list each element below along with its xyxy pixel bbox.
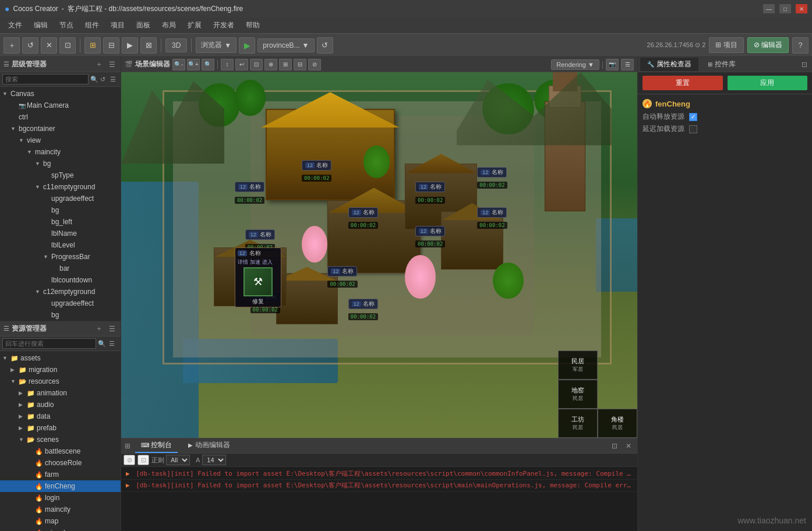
- console-copy-btn[interactable]: ⊡: [137, 455, 149, 465]
- asset-item-battlescene[interactable]: 🔥 battlescene: [0, 445, 121, 457]
- 3d-toggle[interactable]: 3D: [165, 38, 187, 52]
- asset-item-fencheng[interactable]: 🔥 fenCheng: [0, 480, 121, 492]
- asset-item-resources[interactable]: ▼ 📂 resources: [0, 376, 121, 387]
- close-button[interactable]: ✕: [796, 4, 807, 13]
- tool-anchor[interactable]: ⊟: [103, 37, 119, 54]
- scene-grid-btn[interactable]: ⊟: [294, 59, 306, 70]
- scene-zoom-in-button[interactable]: 🔍+: [187, 59, 200, 70]
- hierarchy-filter-icon[interactable]: ↺: [100, 76, 108, 83]
- menu-developer[interactable]: 开发者: [207, 18, 240, 33]
- browser-dropdown[interactable]: 浏览器 ▼: [196, 37, 236, 53]
- toggle-progressbar[interactable]: ▼: [43, 254, 51, 260]
- asset-item-scenes[interactable]: ▼ 📂 scenes: [0, 434, 121, 445]
- tree-item-bg[interactable]: ▼ bg: [0, 158, 121, 169]
- project-button[interactable]: ⊞ 项目: [709, 37, 743, 53]
- font-size-select[interactable]: 14: [202, 455, 226, 465]
- scene-snap-btn[interactable]: ⊞: [279, 59, 292, 70]
- action-enter[interactable]: 进入: [262, 259, 273, 266]
- tab-components[interactable]: ⊞ 控件库: [701, 58, 743, 71]
- asset-search-input[interactable]: [2, 338, 96, 349]
- scene-rotate-btn[interactable]: ↩: [235, 59, 248, 70]
- action-upgrade[interactable]: 加速: [250, 259, 260, 266]
- hierarchy-more-icon[interactable]: ☰: [110, 76, 118, 83]
- menu-panel[interactable]: 面板: [130, 18, 156, 33]
- scene-options-btn[interactable]: ☰: [621, 59, 634, 70]
- console-settings-icon[interactable]: ⊡: [609, 441, 620, 451]
- scene-debug-btn[interactable]: ⊘: [308, 59, 321, 70]
- menu-project[interactable]: 项目: [105, 18, 130, 33]
- tree-item-lblcountdown[interactable]: lblcountdown: [0, 274, 121, 286]
- menu-file[interactable]: 文件: [2, 18, 28, 33]
- toggle-scenes[interactable]: ▼: [19, 437, 27, 442]
- tab-animation-editor[interactable]: ▶ 动画编辑器: [182, 438, 235, 453]
- prop-checkbox-2[interactable]: [689, 125, 697, 133]
- scene-zoom-out-button[interactable]: 🔍-: [172, 59, 185, 70]
- tree-item-progressbar[interactable]: ▼ ProgressBar: [0, 251, 121, 263]
- tree-item-bar[interactable]: bar: [0, 263, 121, 274]
- tool-scale[interactable]: ⊠: [140, 37, 157, 54]
- asset-item-assets[interactable]: ▼ 📁 assets: [0, 352, 121, 364]
- console-expand-icon[interactable]: ⊞: [125, 442, 130, 450]
- asset-item-map[interactable]: 🔥 map: [0, 515, 121, 527]
- br-diyao[interactable]: 地窑 民居: [558, 380, 598, 409]
- tree-item-bg-left[interactable]: bg_left: [0, 216, 121, 228]
- scene-move-btn[interactable]: ↕: [221, 59, 234, 70]
- asset-item-prefab[interactable]: ▶ 📁 prefab: [0, 422, 121, 434]
- tree-item-c11emptyground[interactable]: ▼ c11emptyground: [0, 181, 121, 193]
- tab-properties[interactable]: 🔧 属性检查器: [640, 58, 698, 71]
- asset-filter-icon[interactable]: ☰: [109, 340, 118, 348]
- tree-item-sptype[interactable]: spType: [0, 169, 121, 181]
- camera-icon-btn[interactable]: 📷: [606, 59, 619, 70]
- toggle-canvas[interactable]: ▼: [2, 91, 10, 97]
- grid-button[interactable]: ⊡: [59, 37, 76, 54]
- prop-checkbox-1[interactable]: ✓: [689, 113, 697, 121]
- tool-move[interactable]: ⊞: [84, 37, 101, 54]
- asset-item-maincity[interactable]: 🔥 maincity: [0, 504, 121, 515]
- asset-item-login[interactable]: 🔥 login: [0, 492, 121, 504]
- hierarchy-search-input[interactable]: [2, 74, 89, 84]
- add-button[interactable]: ＋: [3, 37, 20, 54]
- close-button[interactable]: ✕: [41, 37, 57, 54]
- tree-item-canvas[interactable]: ▼ Canvas: [0, 88, 121, 100]
- asset-item-audio[interactable]: ▶ 📁 audio: [0, 399, 121, 410]
- scene-scale-btn[interactable]: ⊡: [250, 59, 263, 70]
- tree-item-lblname[interactable]: lblName: [0, 228, 121, 239]
- menu-layout[interactable]: 布局: [156, 18, 182, 33]
- asset-settings-icon[interactable]: ☰: [107, 324, 117, 334]
- right-settings-icon[interactable]: ⊡: [799, 59, 810, 70]
- editor-button[interactable]: ⊘ 编辑器: [747, 37, 789, 53]
- tree-item-main-camera[interactable]: 📷 Main Camera: [0, 100, 121, 111]
- scene-zoom-fit-button[interactable]: 🔍: [202, 59, 214, 70]
- asset-search-icon[interactable]: 🔍: [98, 340, 107, 348]
- br-gongfang[interactable]: 工坊 民居: [558, 409, 598, 438]
- asset-item-chooserole[interactable]: 🔥 chooseRole: [0, 457, 121, 469]
- maximize-button[interactable]: □: [779, 4, 791, 13]
- asset-add-icon[interactable]: ＋: [94, 324, 104, 334]
- apply-button[interactable]: 应用: [728, 76, 808, 90]
- tree-item-maincity[interactable]: ▼ maincity: [0, 146, 121, 158]
- menu-component[interactable]: 组件: [79, 18, 105, 33]
- menu-help[interactable]: 帮助: [240, 18, 266, 33]
- reset-button[interactable]: 重置: [642, 76, 723, 90]
- tree-item-view[interactable]: ▼ view: [0, 134, 121, 146]
- menu-node[interactable]: 节点: [54, 18, 79, 33]
- refresh-button[interactable]: ↺: [22, 37, 38, 54]
- asset-item-data[interactable]: ▶ 📁 data: [0, 410, 121, 422]
- toggle-maincity[interactable]: ▼: [27, 149, 35, 155]
- hierarchy-add-icon[interactable]: ＋: [94, 59, 104, 70]
- console-close-icon[interactable]: ✕: [623, 441, 634, 451]
- tree-item-upgradeeffect-2[interactable]: upgradeeffect: [0, 298, 121, 309]
- toggle-c11emptyground[interactable]: ▼: [35, 184, 43, 190]
- br-minjv[interactable]: 民居 军居: [558, 351, 598, 380]
- tree-item-bgcontainer[interactable]: ▼ bgcontainer: [0, 123, 121, 134]
- refresh-scene-button[interactable]: ↺: [317, 37, 333, 54]
- toggle-bg[interactable]: ▼: [35, 161, 43, 167]
- scene-anchor-btn[interactable]: ⊕: [264, 59, 277, 70]
- menu-extend[interactable]: 扩展: [182, 18, 207, 33]
- province-dropdown[interactable]: provinceB... ▼: [257, 38, 314, 52]
- br-jiaolou[interactable]: 角楼 民居: [598, 409, 637, 438]
- play-button[interactable]: ▶: [239, 37, 255, 54]
- asset-item-migration[interactable]: ▶ 📁 migration: [0, 364, 121, 376]
- toggle-bgcontainer[interactable]: ▼: [10, 126, 19, 132]
- hierarchy-search-icon[interactable]: 🔍: [90, 76, 98, 83]
